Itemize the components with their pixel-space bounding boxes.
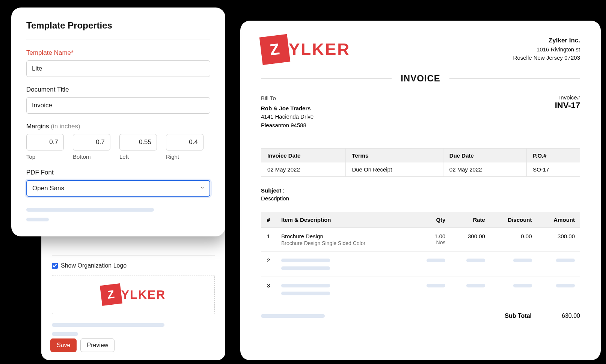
placeholder-icon xyxy=(466,259,485,262)
template-properties-panel: Template Properties Template Name* Docum… xyxy=(11,8,225,236)
subject-value: Description xyxy=(261,195,580,202)
row-qty: 1.00 xyxy=(416,233,445,239)
document-title-label: Document Title xyxy=(26,86,210,93)
placeholder-icon xyxy=(427,259,445,262)
margin-left-input[interactable] xyxy=(119,134,157,150)
logo-tile: Z xyxy=(100,283,122,306)
divider xyxy=(261,78,392,79)
invoice-preview: Z YLKER Zylker Inc. 1016 Rivington st Ro… xyxy=(240,21,601,360)
row-item-desc: Brochure Design Single Sided Color xyxy=(281,240,406,246)
subtotal-label: Sub Total xyxy=(505,313,532,319)
invoice-number-label: Invoice# xyxy=(555,94,580,101)
document-title-input[interactable] xyxy=(26,97,210,114)
margins-label-text: Margins xyxy=(26,123,49,130)
pdf-font-label: PDF Font xyxy=(26,169,210,176)
bill-to-label: Bill To xyxy=(261,94,314,103)
pdf-font-select[interactable] xyxy=(26,180,210,197)
placeholder-icon xyxy=(513,284,532,287)
meta-val-date: 02 May 2022 xyxy=(261,162,346,177)
margin-top-label: Top xyxy=(26,153,64,160)
show-logo-row[interactable]: Show Organization Logo xyxy=(52,262,215,269)
meta-head-terms: Terms xyxy=(346,149,443,163)
placeholder-icon xyxy=(281,284,330,287)
logo-preview-box[interactable]: Z YLKER xyxy=(52,275,215,314)
meta-head-po: P.O.# xyxy=(527,149,580,163)
placeholder-icon xyxy=(281,292,330,295)
row-item-name: Brochure Design xyxy=(281,233,406,239)
zylker-logo: Z YLKER xyxy=(261,36,350,63)
margin-bottom-label: Bottom xyxy=(73,153,110,160)
margin-right-label: Right xyxy=(166,153,204,160)
meta-val-po: SO-17 xyxy=(527,162,580,177)
zylker-logo: Z YLKER xyxy=(101,284,166,305)
divider xyxy=(52,255,215,256)
placeholder-icon xyxy=(466,284,485,287)
invoice-number-block: Invoice# INV-17 xyxy=(555,94,580,129)
row-qty-unit: Nos xyxy=(416,239,445,245)
margins-unit: (in inches) xyxy=(51,123,80,130)
row-num: 3 xyxy=(261,277,276,302)
meta-val-terms: Due On Receipt xyxy=(346,162,443,177)
show-logo-label: Show Organization Logo xyxy=(61,262,127,269)
placeholder-icon xyxy=(427,284,445,287)
margins-label: Margins (in inches) xyxy=(26,123,210,130)
template-lower-panel: Show Organization Logo Z YLKER Save Prev… xyxy=(41,229,225,360)
bill-to-line1: 4141 Hacienda Drive xyxy=(261,113,314,121)
meta-head-date: Invoice Date xyxy=(261,149,346,163)
row-amount: 300.00 xyxy=(537,228,580,252)
placeholder-icon xyxy=(556,284,575,287)
placeholder-icon xyxy=(52,323,164,327)
placeholder-icon xyxy=(281,259,330,262)
company-address: Zylker Inc. 1016 Rivington st Roselle Ne… xyxy=(513,36,580,62)
save-button[interactable]: Save xyxy=(50,338,77,352)
bill-to-line2: Pleasanton 94588 xyxy=(261,121,314,130)
table-row: 3 xyxy=(261,277,580,302)
subtotal-value: 630.00 xyxy=(562,313,580,319)
logo-word: YLKER xyxy=(289,40,350,59)
placeholder-icon xyxy=(281,266,330,270)
company-line1: 1016 Rivington st xyxy=(513,45,580,54)
items-head-amount: Amount xyxy=(537,212,580,228)
subject-label: Subject : xyxy=(261,187,580,194)
table-row: 2 xyxy=(261,252,580,277)
placeholder-icon xyxy=(52,332,78,336)
template-name-label: Template Name* xyxy=(26,49,210,57)
panel-title: Template Properties xyxy=(26,20,210,31)
items-head-qty: Qty xyxy=(411,212,451,228)
bill-to-block: Bill To Rob & Joe Traders 4141 Hacienda … xyxy=(261,94,314,129)
row-num: 1 xyxy=(261,228,276,252)
show-logo-checkbox[interactable] xyxy=(52,263,58,269)
margin-bottom-input[interactable] xyxy=(73,134,110,150)
items-head-num: # xyxy=(261,212,276,228)
row-num: 2 xyxy=(261,252,276,277)
placeholder-icon xyxy=(26,218,49,221)
margin-top-input[interactable] xyxy=(26,134,64,150)
invoice-number: INV-17 xyxy=(555,101,580,110)
divider xyxy=(449,78,580,79)
margin-left-label: Left xyxy=(119,153,157,160)
template-name-input[interactable] xyxy=(26,60,210,77)
invoice-title: INVOICE xyxy=(401,73,440,84)
subject-block: Subject : Description xyxy=(261,187,580,202)
meta-head-due: Due Date xyxy=(443,149,526,163)
logo-tile: Z xyxy=(259,34,290,65)
preview-button[interactable]: Preview xyxy=(80,338,115,352)
company-name: Zylker Inc. xyxy=(513,36,580,45)
placeholder-icon xyxy=(556,259,575,262)
row-disc: 0.00 xyxy=(490,228,537,252)
placeholder-icon xyxy=(26,208,154,212)
items-head-rate: Rate xyxy=(451,212,490,228)
company-line2: Roselle New Jersey 07203 xyxy=(513,54,580,62)
meta-val-due: 02 May 2022 xyxy=(443,162,526,177)
table-row: 1 Brochure Design Brochure Design Single… xyxy=(261,228,580,252)
margin-right-input[interactable] xyxy=(166,134,204,150)
items-table: # Item & Description Qty Rate Discount A… xyxy=(261,212,580,302)
items-head-item: Item & Description xyxy=(276,212,411,228)
placeholder-icon xyxy=(513,259,532,262)
row-rate: 300.00 xyxy=(451,228,490,252)
invoice-meta-table: Invoice Date Terms Due Date P.O.# 02 May… xyxy=(261,148,580,177)
placeholder-icon xyxy=(261,314,325,318)
bill-to-name: Rob & Joe Traders xyxy=(261,104,314,113)
logo-word: YLKER xyxy=(121,288,166,302)
pdf-font-value[interactable] xyxy=(26,180,210,197)
